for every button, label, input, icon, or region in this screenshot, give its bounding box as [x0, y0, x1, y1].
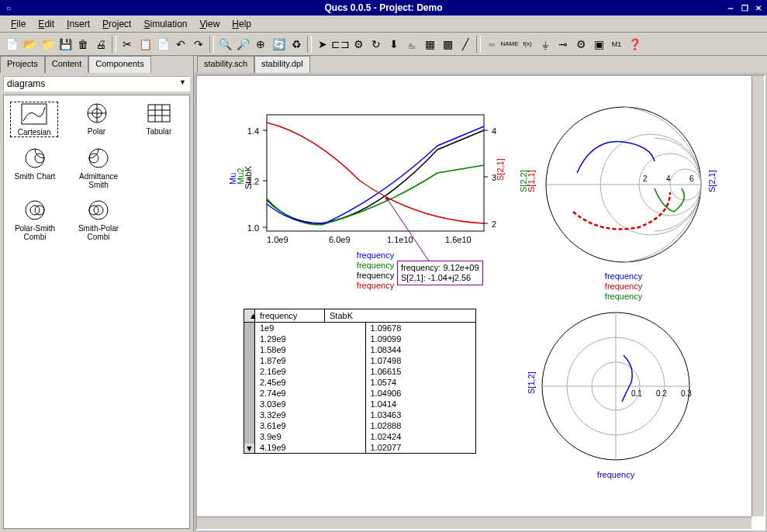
- line-icon[interactable]: ╱: [457, 36, 474, 53]
- help-icon[interactable]: ❓: [626, 36, 643, 53]
- doc-tab-sch[interactable]: stability.sch: [197, 56, 254, 73]
- name-icon[interactable]: NAME: [501, 36, 518, 53]
- undo-icon[interactable]: ↶: [172, 36, 189, 53]
- table-cell: 3.32e9: [255, 409, 365, 420]
- gear-icon[interactable]: ⚙: [350, 36, 367, 53]
- table-cell: 3.61e9: [255, 420, 365, 431]
- ground-icon[interactable]: ⏚: [537, 36, 554, 53]
- table-cell: 1.04906: [366, 388, 476, 399]
- comp2-icon[interactable]: ▩: [439, 36, 456, 53]
- canvas[interactable]: 1.0 1.2 1.4 2 3 4 1.0e9 6.0e9 1.1e10 1.6…: [195, 74, 765, 530]
- table-cell: 2.45e9: [255, 377, 365, 388]
- svg-text:S[1,2]: S[1,2]: [527, 371, 536, 394]
- svg-point-42: [385, 197, 389, 200]
- port-icon[interactable]: ⊸: [555, 36, 572, 53]
- svg-text:frequency: frequency: [357, 281, 395, 290]
- scroll-up-icon[interactable]: ▲: [244, 309, 255, 322]
- refresh2-icon[interactable]: ♻: [288, 36, 305, 53]
- table-cell: 3.9e9: [255, 431, 365, 442]
- polar-icon: [83, 102, 111, 125]
- component-palette: Cartesian Polar Tabular Smith Chart: [3, 95, 190, 529]
- palette-smithpolar[interactable]: Smith-Polar Combi: [74, 199, 123, 241]
- horizontal-scrollbar[interactable]: [197, 516, 751, 529]
- cut-icon[interactable]: ✂: [119, 36, 136, 53]
- close-icon[interactable]: ✕: [753, 2, 764, 13]
- palette-tabular[interactable]: Tabular: [135, 102, 183, 137]
- marker-tooltip: frequency: 9.12e+09 S[2,1]: -1.04+j2.56: [397, 261, 483, 285]
- redo-icon[interactable]: ↷: [190, 36, 207, 53]
- svg-rect-5: [148, 105, 170, 122]
- menu-file[interactable]: File: [5, 17, 32, 31]
- table-cell: 1.02077: [366, 442, 476, 453]
- delete-icon[interactable]: 🗑: [74, 36, 92, 53]
- comp1-icon[interactable]: ▦: [421, 36, 438, 53]
- tabular-icon: [145, 102, 173, 125]
- minimize-icon[interactable]: ⎼: [725, 2, 736, 13]
- table-cell: 1.02424: [366, 431, 476, 442]
- zoom-fit-icon[interactable]: ⊕: [252, 36, 269, 53]
- menu-simulation[interactable]: Simulation: [137, 17, 193, 31]
- menu-edit[interactable]: Edit: [32, 17, 60, 31]
- svg-text:S[2,1]: S[2,1]: [707, 170, 717, 192]
- eq-icon[interactable]: f(x): [519, 36, 536, 53]
- table-cell: 1.03463: [366, 409, 476, 420]
- polarsmith-icon: [21, 199, 49, 222]
- scroll-down-icon[interactable]: ▼: [244, 444, 254, 453]
- open-icon[interactable]: 📂: [21, 36, 38, 53]
- zoom-in-icon[interactable]: 🔍: [216, 36, 233, 53]
- tab-projects[interactable]: Projects: [0, 56, 45, 73]
- window-menu-icon[interactable]: ○: [3, 2, 14, 13]
- paste-icon[interactable]: 📄: [154, 36, 171, 53]
- palette-polar[interactable]: Polar: [72, 102, 120, 137]
- tab-components[interactable]: Components: [88, 56, 150, 73]
- table-cell: 2.74e9: [255, 388, 365, 399]
- col-header-stabk: StabK: [325, 309, 475, 322]
- table-cell: 1.07498: [366, 355, 476, 366]
- table-cell: 1.58e9: [255, 344, 365, 355]
- palette-smith[interactable]: Smith Chart: [10, 147, 60, 189]
- wire-icon[interactable]: ⎓: [483, 36, 500, 53]
- copy-icon[interactable]: 📋: [136, 36, 154, 53]
- save-icon[interactable]: 💾: [57, 36, 74, 53]
- text-icon[interactable]: ⎁: [403, 36, 420, 53]
- dpl-icon[interactable]: ▣: [590, 36, 607, 53]
- vertical-scrollbar[interactable]: [751, 76, 764, 516]
- admittance-icon: [85, 147, 112, 170]
- data-table: ▲ frequency StabK ▼1e91.29e91.58e91.87e9…: [244, 309, 476, 454]
- refresh-icon[interactable]: 🔄: [270, 36, 287, 53]
- svg-text:frequency: frequency: [597, 470, 635, 479]
- table-cell: 1.08344: [366, 344, 476, 355]
- table-cell: 4.19e9: [255, 442, 365, 453]
- svg-text:frequency: frequency: [605, 271, 643, 281]
- tab-content[interactable]: Content: [45, 56, 89, 73]
- menu-project[interactable]: Project: [96, 17, 137, 31]
- cartesian-icon: [20, 102, 48, 126]
- palette-polarsmith[interactable]: Polar-Smith Combi: [10, 199, 60, 241]
- svg-text:S[2,2]: S[2,2]: [519, 170, 528, 192]
- svg-text:frequency: frequency: [357, 271, 395, 280]
- palette-cartesian[interactable]: Cartesian: [10, 102, 58, 137]
- svg-text:4: 4: [666, 174, 671, 183]
- open2-icon[interactable]: 📁: [39, 36, 56, 53]
- new-icon[interactable]: 📄: [3, 36, 20, 53]
- doc-tab-dpl[interactable]: stability.dpl: [254, 56, 310, 73]
- smithpolar-icon: [85, 199, 112, 222]
- pointer-icon[interactable]: ➤: [314, 36, 331, 53]
- zoom-out-icon[interactable]: 🔎: [234, 36, 251, 53]
- menu-help[interactable]: Help: [226, 17, 257, 31]
- marker-icon[interactable]: M1: [608, 36, 625, 53]
- table-cell: 1.09099: [366, 333, 476, 344]
- toolbar: 📄 📂 📁 💾 🗑 🖨 ✂ 📋 📄 ↶ ↷ 🔍 🔎 ⊕ 🔄 ♻ ➤ ⊏⊐ ⚙ ↻…: [0, 33, 767, 56]
- simulate-icon[interactable]: ⚙: [572, 36, 589, 53]
- menu-insert[interactable]: Insert: [60, 17, 96, 31]
- svg-text:2: 2: [492, 219, 496, 229]
- rotate-icon[interactable]: ↻: [368, 36, 385, 53]
- download-icon[interactable]: ⬇: [385, 36, 403, 53]
- print-icon[interactable]: 🖨: [92, 36, 109, 53]
- palette-admittance[interactable]: Admittance Smith: [74, 147, 123, 189]
- resistor-icon[interactable]: ⊏⊐: [332, 36, 349, 53]
- component-category-select[interactable]: diagrams: [3, 76, 190, 92]
- maximize-icon[interactable]: ❐: [739, 2, 750, 13]
- menu-view[interactable]: View: [194, 17, 226, 31]
- svg-text:frequency: frequency: [357, 261, 395, 270]
